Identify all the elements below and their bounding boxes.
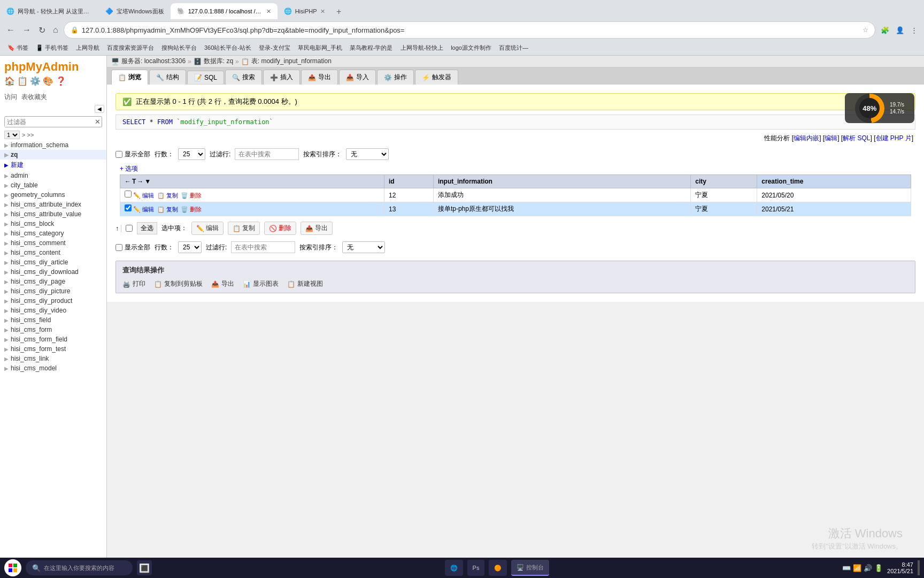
plus-options-link[interactable]: + 选项 [116,164,142,173]
row-count-select-bottom[interactable]: 25 [178,241,202,253]
db-item-hisi-form-field[interactable]: ▶ hisi_cms_form_field [0,334,106,344]
row-1-delete[interactable]: 🗑️ 删除 [181,192,202,199]
col-filter-icon[interactable]: ▼ [144,178,151,185]
favorites-link[interactable]: 表收藏夹 [21,93,47,102]
row-1-edit[interactable]: ✏️ 编辑 [133,192,154,199]
account-button[interactable]: 👤 [894,24,906,36]
show-all-bottom-row[interactable]: 显示全部 [116,243,150,252]
network-icon[interactable]: 📶 [853,564,861,572]
tab-search[interactable]: 🔍 搜索 [225,70,262,85]
bulk-copy-button[interactable]: 📋 复制 [228,222,260,235]
db-item-hisi-attr-index[interactable]: ▶ hisi_cms_attribute_index [0,200,106,209]
volume-icon[interactable]: 🔊 [864,564,872,572]
tab-4[interactable]: 🌐 HisiPHP ✕ [278,3,332,19]
db-item-hisi-field[interactable]: ▶ hisi_cms_field [0,315,106,325]
db-item-new[interactable]: ▶ 新建 [0,159,106,171]
bookmark-2[interactable]: 上网导航 [73,43,103,53]
db-item-hisi-category[interactable]: ▶ hisi_cms_category [0,229,106,238]
col-header-city[interactable]: city [691,175,757,188]
show-all-checkbox-row[interactable]: 显示全部 [116,150,150,159]
breadcrumb-table[interactable]: 表: modify_input_nformation [251,57,332,66]
filter-input[interactable] [5,117,94,127]
copy-clipboard-button[interactable]: 📋 复制到剪贴板 [154,279,203,288]
refresh-button[interactable]: ↻ [36,23,48,37]
db-item-hisi-diy-article[interactable]: ▶ hisi_cms_diy_article [0,257,106,267]
breadcrumb-server[interactable]: 服务器: localhost:3306 [121,57,186,66]
back-button[interactable]: ← [4,23,17,37]
bookmark-8[interactable]: 菜鸟教程-学的是 [346,43,396,53]
export-results-button[interactable]: 📤 导出 [211,279,234,288]
filter-clear-button[interactable]: ✕ [94,117,102,127]
page-select[interactable]: 1 [4,131,20,139]
tab-2[interactable]: 🔷 宝塔Windows面板 [99,3,171,19]
perf-link-edit-inline[interactable]: 编辑内嵌 [794,134,819,142]
col-header-creation-time[interactable]: creation_time [757,175,911,188]
sort-down-icon[interactable]: → [137,178,143,185]
row-1-checkbox[interactable] [125,191,132,197]
sort-up-bottom[interactable]: ↑ [116,225,119,232]
extensions-button[interactable]: 🧩 [879,24,891,36]
tab-4-close[interactable]: ✕ [320,8,325,15]
tab-export[interactable]: 📤 导出 [301,70,338,85]
db-item-hisi-diy-download[interactable]: ▶ hisi_cms_diy_download [0,267,106,277]
bookmark-1[interactable]: 📱 手机书签 [33,43,72,53]
tab-insert[interactable]: ➕ 插入 [263,70,300,85]
sort-up-icon[interactable]: ← [125,178,131,185]
db-item-geometry-columns[interactable]: ▶ geometry_columns [0,190,106,200]
help-icon[interactable]: ❓ [56,76,66,86]
table-search-input-bottom[interactable] [231,241,295,253]
select-all-button[interactable]: 全选 [137,222,157,234]
db-item-hisi-model[interactable]: ▶ hisi_cms_model [0,363,106,373]
taskbar-search[interactable]: 🔍 在这里输入你要搜索的内容 [26,560,133,575]
row-2-delete[interactable]: 🗑️ 删除 [181,206,202,212]
perf-link-create-php[interactable]: 创建 PHP 片 [876,134,912,142]
sidebar-collapse-button[interactable]: ◀ [95,105,104,113]
db-item-hisi-link[interactable]: ▶ hisi_cms_link [0,354,106,363]
bulk-delete-button[interactable]: 🚫 删除 [264,222,296,235]
bookmark-7[interactable]: 草民电影网_手机 [295,43,345,53]
db-item-hisi-diy-picture[interactable]: ▶ hisi_cms_diy_picture [0,286,106,296]
filter-box[interactable]: ✕ [4,116,102,127]
sort-select-bottom[interactable]: 无 [342,241,385,253]
db-item-hisi-diy-product[interactable]: ▶ hisi_cms_diy_product [0,296,106,306]
perf-link-edit[interactable]: 编辑 [825,134,837,142]
select-all-checkbox[interactable] [126,225,133,232]
table-search-input[interactable] [235,148,299,160]
db-item-hisi-block[interactable]: ▶ hisi_cms_block [0,219,106,229]
show-chart-button[interactable]: 📊 显示图表 [243,279,279,288]
bookmark-10[interactable]: logo源文件制作 [448,43,495,53]
db-item-hisi-form-test[interactable]: ▶ hisi_cms_form_test [0,344,106,354]
tab-3-close[interactable]: ✕ [266,8,271,15]
page-next[interactable]: > >> [22,132,34,138]
bookmark-5[interactable]: 360站长平台-站长 [201,43,255,53]
row-2-checkbox[interactable] [125,204,132,211]
db-item-zq[interactable]: ▶ zq [0,150,106,159]
col-header-input-information[interactable]: input_information [433,175,690,188]
db-item-hisi-content[interactable]: ▶ hisi_cms_content [0,248,106,257]
settings-icon[interactable]: ⚙️ [30,76,41,86]
battery-icon[interactable]: 🔋 [874,564,883,572]
sort-select[interactable]: 无 [346,148,389,160]
home-icon[interactable]: 🏠 [4,76,15,86]
db-item-city-table[interactable]: ▶ city_table [0,180,106,190]
taskbar-console[interactable]: 🖥️ 控制台 [511,560,549,576]
menu-button[interactable]: ⋮ [908,24,920,36]
tab-structure[interactable]: 🔧 结构 [149,70,186,85]
bulk-edit-button[interactable]: ✏️ 编辑 [191,222,224,235]
breadcrumb-database[interactable]: 数据库: zq [204,57,233,66]
show-desktop-button[interactable] [918,560,920,575]
bookmark-6[interactable]: 登录-支付宝 [256,43,294,53]
row-2-edit[interactable]: ✏️ 编辑 [133,206,154,212]
row-count-select[interactable]: 25 50 100 [178,148,205,160]
bulk-export-button[interactable]: 📤 导出 [301,222,333,235]
tab-1[interactable]: 🌐 网导航 - 轻快上网 从这里开始 [0,3,99,19]
db-item-admin[interactable]: ▶ admin [0,171,106,180]
theme-icon[interactable]: 🎨 [43,76,53,86]
col-header-id[interactable]: id [384,175,434,188]
row-2-copy[interactable]: 📋 复制 [157,206,178,212]
db-item-hisi-comment[interactable]: ▶ hisi_cms_comment [0,238,106,248]
tab-operations[interactable]: ⚙️ 操作 [377,70,414,85]
new-view-button[interactable]: 📋 新建视图 [287,279,323,288]
start-button[interactable] [4,559,21,576]
home-button[interactable]: ⌂ [51,23,60,37]
